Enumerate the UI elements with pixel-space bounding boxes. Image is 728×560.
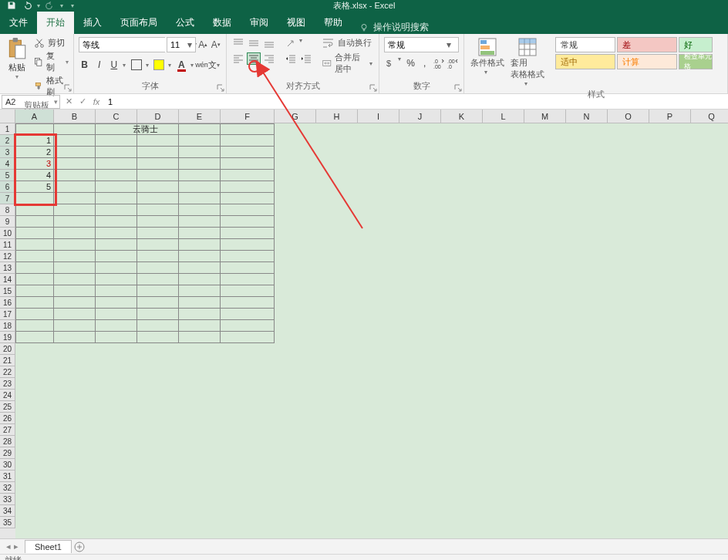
cell-H31[interactable] (316, 471, 358, 482)
cell-C26[interactable] (96, 413, 137, 424)
cell-H2[interactable] (316, 135, 358, 147)
cell-M10[interactable] (524, 228, 566, 239)
cell-Q18[interactable] (691, 320, 728, 332)
row-header-9[interactable]: 9 (0, 216, 15, 228)
tab-view[interactable]: 视图 (278, 12, 315, 34)
cell-N10[interactable] (566, 228, 608, 239)
cell-J6[interactable] (399, 181, 441, 193)
cell-L11[interactable] (483, 239, 524, 251)
cell-B16[interactable] (54, 297, 96, 309)
cell-P11[interactable] (649, 239, 691, 251)
cell-F33[interactable] (221, 494, 275, 505)
cell-N30[interactable] (566, 459, 608, 471)
cell-I26[interactable] (358, 413, 399, 424)
cell-N31[interactable] (566, 471, 608, 482)
cell-N11[interactable] (566, 239, 608, 251)
cell-M14[interactable] (524, 274, 566, 285)
wrap-text-button[interactable]: 自动换行 (322, 37, 374, 49)
cell-A30[interactable] (15, 459, 54, 471)
cell-O27[interactable] (608, 424, 649, 436)
cell-K24[interactable] (441, 390, 483, 401)
cell-M4[interactable] (524, 158, 566, 170)
cell-N28[interactable] (566, 436, 608, 447)
cell-F35[interactable] (221, 517, 275, 528)
cell-L22[interactable] (483, 366, 524, 378)
cell-O31[interactable] (608, 471, 649, 482)
sheet-nav-first[interactable]: ◂ (6, 541, 11, 552)
cell-D20[interactable] (137, 343, 179, 355)
cell-H8[interactable] (316, 204, 358, 216)
cell-I32[interactable] (358, 482, 399, 494)
cell-M17[interactable] (524, 309, 566, 320)
cell-A5[interactable]: 4 (15, 170, 54, 181)
cell-J14[interactable] (399, 274, 441, 285)
cell-F16[interactable] (221, 297, 275, 309)
cell-K4[interactable] (441, 158, 483, 170)
cell-F28[interactable] (221, 436, 275, 447)
cell-K16[interactable] (441, 297, 483, 309)
cell-F5[interactable] (221, 170, 275, 181)
cell-J8[interactable] (399, 204, 441, 216)
cell-K10[interactable] (441, 228, 483, 239)
cell-P18[interactable] (649, 320, 691, 332)
cell-F29[interactable] (221, 447, 275, 459)
row-header-2[interactable]: 2 (0, 135, 15, 147)
cell-P6[interactable] (649, 181, 691, 193)
select-all-corner[interactable] (0, 110, 15, 123)
cell-M21[interactable] (524, 355, 566, 366)
cell-O11[interactable] (608, 239, 649, 251)
cell-J10[interactable] (399, 228, 441, 239)
cell-M30[interactable] (524, 459, 566, 471)
cell-P8[interactable] (649, 204, 691, 216)
cell-Q19[interactable] (691, 332, 728, 343)
cell-B18[interactable] (54, 320, 96, 332)
cell-C21[interactable] (96, 355, 137, 366)
cell-C29[interactable] (96, 447, 137, 459)
cell-A34[interactable] (15, 505, 54, 517)
cell-B33[interactable] (54, 494, 96, 505)
cell-I13[interactable] (358, 262, 399, 274)
font-name-combo[interactable]: ▾ (79, 37, 165, 52)
cell-Q5[interactable] (691, 170, 728, 181)
cell-C27[interactable] (96, 424, 137, 436)
tell-me[interactable]: 操作说明搜索 (359, 21, 429, 34)
col-header-D[interactable]: D (137, 110, 179, 123)
dialog-launcher-icon[interactable] (369, 84, 377, 92)
cell-A28[interactable] (15, 436, 54, 447)
cells-area[interactable]: 12345云骑士 (15, 123, 728, 538)
increase-indent-button[interactable] (299, 52, 313, 65)
cell-G33[interactable] (275, 494, 316, 505)
col-header-A[interactable]: A (15, 110, 54, 123)
cell-A29[interactable] (15, 447, 54, 459)
cell-I22[interactable] (358, 366, 399, 378)
cell-K29[interactable] (441, 447, 483, 459)
cell-E31[interactable] (179, 471, 221, 482)
cell-B5[interactable] (54, 170, 96, 181)
cell-E23[interactable] (179, 378, 221, 390)
cell-A16[interactable] (15, 297, 54, 309)
style-neutral[interactable]: 适中 (555, 54, 615, 69)
cell-G31[interactable] (275, 471, 316, 482)
cell-E21[interactable] (179, 355, 221, 366)
cell-N21[interactable] (566, 355, 608, 366)
cell-B26[interactable] (54, 413, 96, 424)
cell-H22[interactable] (316, 366, 358, 378)
cell-D8[interactable] (137, 204, 179, 216)
dialog-launcher-icon[interactable] (217, 84, 224, 92)
cell-O7[interactable] (608, 193, 649, 204)
cell-D1[interactable] (137, 123, 179, 135)
cell-G10[interactable] (275, 228, 316, 239)
cell-A25[interactable] (15, 401, 54, 413)
cell-O16[interactable] (608, 297, 649, 309)
cell-C22[interactable] (96, 366, 137, 378)
cell-G9[interactable] (275, 216, 316, 228)
cell-J11[interactable] (399, 239, 441, 251)
cell-G4[interactable] (275, 158, 316, 170)
redo-button[interactable] (45, 1, 56, 10)
cell-A31[interactable] (15, 471, 54, 482)
cell-G12[interactable] (275, 251, 316, 262)
cell-C25[interactable] (96, 401, 137, 413)
cell-K20[interactable] (441, 343, 483, 355)
cell-N29[interactable] (566, 447, 608, 459)
cell-D15[interactable] (137, 285, 179, 297)
